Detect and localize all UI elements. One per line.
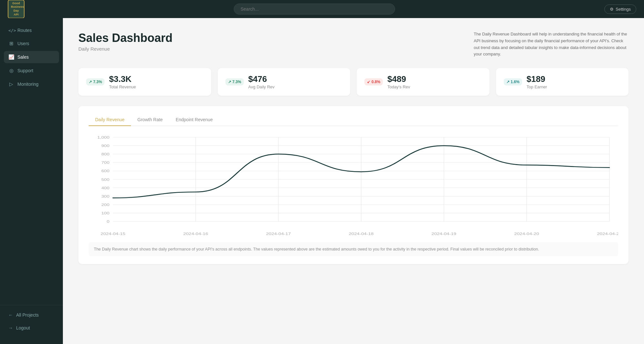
stat-label-total-revenue: Total Revenue — [109, 84, 136, 89]
page-title: Sales Dashboard — [78, 31, 173, 45]
svg-text:800: 800 — [101, 152, 109, 156]
search-bar[interactable] — [234, 4, 395, 15]
stat-badge-value-avg-daily-rev: 7.3% — [233, 80, 241, 84]
routes-icon: </> — [8, 28, 14, 33]
stat-badge-top-earner: ↗ 1.6% — [504, 78, 522, 85]
sidebar-item-users[interactable]: ⊞ Users — [4, 37, 59, 50]
sidebar-item-logout[interactable]: → Logout — [4, 322, 59, 334]
stat-value-top-earner: $189 — [527, 74, 547, 84]
all-projects-label: All Projects — [16, 312, 39, 318]
main-content: Sales Dashboard Daily Revenue The Daily … — [63, 18, 644, 344]
stat-label-todays-rev: Today's Rev — [387, 84, 410, 89]
stat-info-avg-daily-rev: $476 Avg Daily Rev — [248, 74, 274, 89]
stat-card-avg-daily-rev: ↗ 7.3% $476 Avg Daily Rev — [218, 68, 351, 96]
svg-text:700: 700 — [101, 161, 109, 165]
stat-card-total-revenue: ↗ 7.3% $3.3K Total Revenue — [78, 68, 211, 96]
stat-info-top-earner: $189 Top Earner — [527, 74, 547, 89]
svg-text:2024-04-18: 2024-04-18 — [349, 231, 373, 236]
chart-tab-endpoint-revenue[interactable]: Endpoint Revenue — [169, 114, 219, 126]
chart-container: 01002003004005006007008009001,0002024-04… — [89, 134, 618, 237]
stat-badge-total-revenue: ↗ 7.3% — [86, 78, 104, 85]
sidebar-bottom: ← All Projects → Logout — [0, 305, 63, 338]
svg-text:2024-04-19: 2024-04-19 — [431, 231, 456, 236]
svg-text:1,000: 1,000 — [97, 135, 110, 139]
stat-arrow-icon-avg-daily-rev: ↗ — [228, 80, 231, 84]
sidebar: </> Routes ⊞ Users 📈 Sales ◎ Support ▷ M… — [0, 18, 63, 344]
svg-text:200: 200 — [101, 202, 109, 207]
svg-text:400: 400 — [101, 186, 109, 190]
sidebar-item-all-projects[interactable]: ← All Projects — [4, 309, 59, 321]
stat-info-todays-rev: $489 Today's Rev — [387, 74, 410, 89]
sidebar-item-sales-label: Sales — [17, 54, 29, 60]
svg-text:900: 900 — [101, 143, 109, 148]
svg-text:600: 600 — [101, 169, 109, 173]
logo: Good Business Day API — [8, 0, 25, 18]
stat-arrow-icon-top-earner: ↗ — [506, 80, 510, 84]
stat-badge-value-total-revenue: 7.3% — [93, 80, 102, 84]
stat-value-avg-daily-rev: $476 — [248, 74, 274, 84]
chart-tab-growth-rate[interactable]: Growth Rate — [131, 114, 169, 126]
stat-card-todays-rev: ↙ 0.8% $489 Today's Rev — [357, 68, 490, 96]
stat-badge-value-top-earner: 1.6% — [511, 80, 520, 84]
page-subtitle: Daily Revenue — [78, 46, 173, 52]
search-input[interactable] — [234, 4, 395, 15]
sidebar-item-support-label: Support — [17, 68, 33, 73]
stat-badge-avg-daily-rev: ↗ 7.3% — [225, 78, 244, 85]
stat-label-top-earner: Top Earner — [527, 84, 547, 89]
svg-text:2024-04-16: 2024-04-16 — [183, 231, 208, 236]
svg-text:300: 300 — [101, 194, 109, 198]
svg-text:2024-04-15: 2024-04-15 — [101, 231, 125, 236]
stat-arrow-icon-todays-rev: ↙ — [367, 80, 370, 84]
logout-icon: → — [8, 325, 13, 330]
stat-value-total-revenue: $3.3K — [109, 74, 136, 84]
monitoring-icon: ▷ — [8, 81, 14, 87]
chart-tab-daily-revenue[interactable]: Daily Revenue — [89, 114, 131, 126]
logout-label: Logout — [16, 325, 30, 330]
sales-icon: 📈 — [8, 54, 14, 60]
page-description: The Daily Revenue Dashboard will help in… — [474, 31, 629, 58]
sidebar-item-sales[interactable]: 📈 Sales — [4, 51, 59, 63]
users-icon: ⊞ — [8, 41, 14, 46]
sidebar-nav: </> Routes ⊞ Users 📈 Sales ◎ Support ▷ M… — [0, 25, 63, 302]
page-header: Sales Dashboard Daily Revenue The Daily … — [78, 31, 629, 58]
settings-icon: ⚙ — [610, 7, 614, 12]
stat-value-todays-rev: $489 — [387, 74, 410, 84]
support-icon: ◎ — [8, 68, 14, 74]
sidebar-item-routes-label: Routes — [17, 28, 32, 33]
stat-badge-todays-rev: ↙ 0.8% — [364, 78, 383, 85]
chart-card: Daily RevenueGrowth RateEndpoint Revenue… — [78, 106, 629, 264]
svg-text:2024-04-17: 2024-04-17 — [266, 231, 291, 236]
svg-text:100: 100 — [101, 211, 109, 215]
chart-tabs: Daily RevenueGrowth RateEndpoint Revenue — [89, 114, 618, 126]
chart-note: The Daily Revenue chart shows the daily … — [89, 242, 618, 256]
svg-text:2024-04-21: 2024-04-21 — [597, 231, 618, 236]
topbar: Good Business Day API ⚙ Settings — [0, 0, 644, 18]
sidebar-item-monitoring[interactable]: ▷ Monitoring — [4, 78, 59, 90]
main-layout: </> Routes ⊞ Users 📈 Sales ◎ Support ▷ M… — [0, 18, 644, 344]
sidebar-item-users-label: Users — [17, 41, 29, 46]
stat-badge-value-todays-rev: 0.8% — [372, 80, 380, 84]
stat-arrow-icon-total-revenue: ↗ — [89, 80, 92, 84]
stat-info-total-revenue: $3.3K Total Revenue — [109, 74, 136, 89]
svg-text:2024-04-20: 2024-04-20 — [514, 231, 539, 236]
all-projects-icon: ← — [8, 312, 13, 318]
sidebar-item-monitoring-label: Monitoring — [17, 82, 38, 87]
stats-grid: ↗ 7.3% $3.3K Total Revenue ↗ 7.3% $476 A… — [78, 68, 629, 96]
sidebar-item-routes[interactable]: </> Routes — [4, 25, 59, 36]
svg-text:0: 0 — [107, 220, 109, 224]
stat-label-avg-daily-rev: Avg Daily Rev — [248, 84, 274, 89]
svg-text:500: 500 — [101, 177, 109, 182]
settings-button[interactable]: ⚙ Settings — [604, 5, 636, 14]
stat-card-top-earner: ↗ 1.6% $189 Top Earner — [496, 68, 629, 96]
page-title-section: Sales Dashboard Daily Revenue — [78, 31, 173, 52]
sidebar-item-support[interactable]: ◎ Support — [4, 64, 59, 77]
